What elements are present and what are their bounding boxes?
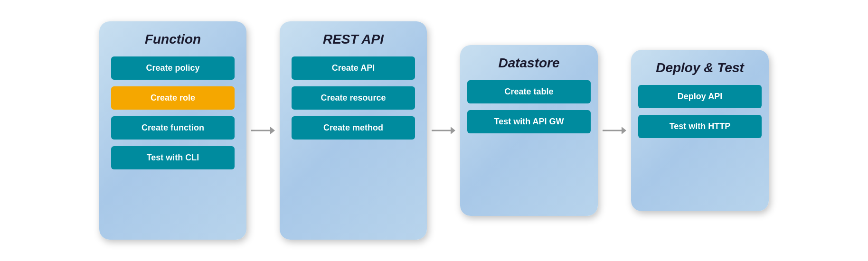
svg-marker-1 <box>270 127 275 134</box>
create-policy-button[interactable]: Create policy <box>111 56 235 80</box>
deploy-api-button[interactable]: Deploy API <box>638 85 762 108</box>
arrow-2 <box>427 116 460 145</box>
test-with-api-gw-button[interactable]: Test with API GW <box>467 110 591 133</box>
datastore-panel: Datastore Create table Test with API GW <box>460 45 598 216</box>
datastore-panel-title: Datastore <box>498 56 559 71</box>
arrow-3 <box>598 116 631 145</box>
svg-marker-3 <box>451 127 455 134</box>
create-resource-button[interactable]: Create resource <box>292 86 415 110</box>
test-with-cli-button[interactable]: Test with CLI <box>111 146 235 169</box>
function-panel-title: Function <box>145 32 201 47</box>
create-method-button[interactable]: Create method <box>292 116 415 140</box>
diagram: Function Create policy Create role Creat… <box>80 12 788 249</box>
function-panel: Function Create policy Create role Creat… <box>99 21 246 240</box>
create-table-button[interactable]: Create table <box>467 80 591 103</box>
arrow-1 <box>246 116 280 145</box>
deploy-test-panel: Deploy & Test Deploy API Test with HTTP <box>631 50 769 211</box>
rest-api-panel: REST API Create API Create resource Crea… <box>280 21 427 240</box>
svg-marker-5 <box>622 127 626 134</box>
create-api-button[interactable]: Create API <box>292 56 415 80</box>
create-role-button[interactable]: Create role <box>111 86 235 110</box>
rest-api-panel-title: REST API <box>323 32 384 47</box>
deploy-test-panel-title: Deploy & Test <box>656 60 744 75</box>
test-with-http-button[interactable]: Test with HTTP <box>638 115 762 138</box>
create-function-button[interactable]: Create function <box>111 116 235 140</box>
